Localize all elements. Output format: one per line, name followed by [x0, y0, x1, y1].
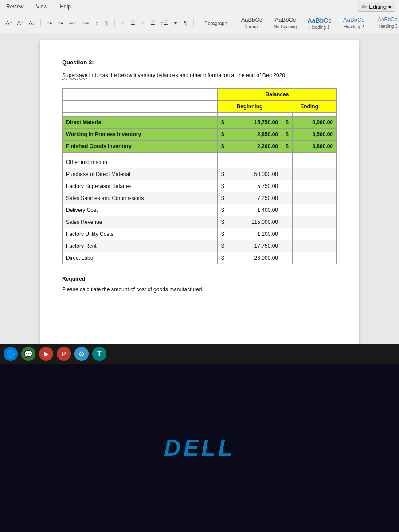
- finished-goods-dollar-begin: $: [218, 140, 228, 152]
- question-text-rest: Ltd. has the below inventory balances an…: [89, 72, 287, 78]
- table-blank-col1: [218, 112, 228, 116]
- tab-view[interactable]: View: [33, 3, 50, 11]
- table-row: Sales Revenue $ 115,000.00: [63, 216, 337, 228]
- toolbar-top-row: Review View Help ✏ Editing ▾: [4, 2, 395, 13]
- font-size-up-btn[interactable]: A⁺: [4, 19, 14, 27]
- finished-goods-begin: 2,200.00: [228, 140, 282, 152]
- delivery-cost-blank2: [292, 204, 336, 216]
- style-heading1[interactable]: AaBbCc Heading 1: [303, 15, 335, 31]
- style-no-spacing-preview: AaBbCc: [275, 16, 296, 24]
- chevron-down-icon: ▾: [388, 4, 391, 10]
- line-spacing-btn[interactable]: ↕☰: [158, 19, 170, 27]
- indent-group: ≡▸ ≡▸ ⇐≡ ≡⇒ ↕ ¶: [44, 19, 115, 27]
- show-marks-btn[interactable]: ¶: [102, 19, 111, 27]
- sales-salaries-blank2: [292, 192, 336, 204]
- other-info-label: Other information: [63, 156, 218, 168]
- table-blank-col4: [292, 112, 336, 116]
- required-label: Required:: [62, 275, 337, 283]
- align-left-btn[interactable]: ≡: [118, 19, 127, 27]
- other-info-blank-1: [218, 156, 228, 168]
- wip-dollar-begin: $: [218, 128, 228, 140]
- table-subheader-ending: Ending: [282, 100, 337, 112]
- align-center-btn[interactable]: ☰: [128, 19, 137, 27]
- factory-rent-value: 17,750.00: [228, 240, 282, 252]
- settings-icon[interactable]: ⚙: [74, 347, 89, 361]
- direct-material-label: Direct Material: [63, 116, 218, 128]
- blank-cell-3: [228, 152, 282, 156]
- purchase-dm-end-blank2: [292, 168, 336, 180]
- indent-decrease-btn[interactable]: ⇐≡: [66, 19, 78, 27]
- font-size-down-btn[interactable]: A⁻: [15, 19, 26, 27]
- table-row-other-info: Other information: [63, 156, 337, 168]
- style-no-spacing[interactable]: AaBbCc No Spacing: [270, 15, 301, 31]
- other-info-blank-2: [228, 156, 282, 168]
- table-row: Factory Utility Costs $ 1,200.00: [63, 228, 337, 240]
- blank-cell-5: [292, 152, 336, 156]
- wip-end: 3,500.00: [292, 128, 336, 140]
- document-area[interactable]: Question 3: Supersave Ltd. has the below…: [0, 33, 399, 364]
- other-info-blank-4: [292, 156, 336, 168]
- delivery-cost-blank1: [282, 204, 293, 216]
- powerpoint-icon[interactable]: P: [57, 347, 71, 361]
- sales-salaries-dollar: $: [218, 192, 228, 204]
- align-group: ≡ ☰ ≡ ☰ ↕☰ ▾ ¶: [118, 19, 194, 27]
- style-heading2-preview: AaBbCc: [343, 16, 364, 24]
- formatting-row: A⁺ A⁻ Aₐ ≡▸ ≡▸ ⇐≡ ≡⇒ ↕ ¶ ≡ ☰ ≡ ☰ ↕☰ ▾ ¶: [4, 13, 395, 33]
- sales-salaries-value: 7,250.00: [228, 192, 282, 204]
- purchase-dm-label: Purchase of Direct Material: [63, 168, 218, 180]
- indent-increase-btn[interactable]: ≡⇒: [79, 19, 91, 27]
- shading-btn[interactable]: ▾: [171, 19, 180, 27]
- direct-labor-blank2: [292, 252, 336, 264]
- list-btn-1[interactable]: ≡▸: [44, 19, 55, 27]
- wip-label: Working in Process Inventory: [63, 128, 218, 140]
- style-normal[interactable]: AaBbCc Normal: [236, 15, 267, 31]
- clear-format-btn[interactable]: Aₐ: [27, 19, 37, 27]
- purchase-dm-value: 50,000.00: [228, 168, 282, 180]
- table-header-balances: Balances: [218, 88, 337, 100]
- teams-icon[interactable]: T: [92, 347, 106, 361]
- styles-area: AaBbCc Normal AaBbCc No Spacing AaBbCc H…: [236, 15, 399, 31]
- table-row: Direct Labor $ 26,000.00: [63, 252, 337, 264]
- factory-rent-blank2: [292, 240, 336, 252]
- editing-button[interactable]: ✏ Editing ▾: [358, 2, 395, 12]
- factory-rent-blank1: [282, 240, 293, 252]
- paragraph-label: Paragraph: [203, 20, 229, 27]
- chat-icon[interactable]: 💬: [21, 347, 35, 361]
- factory-utility-blank2: [292, 228, 336, 240]
- factory-salaries-dollar: $: [218, 180, 228, 192]
- align-right-btn[interactable]: ≡: [138, 19, 147, 27]
- style-normal-label: Normal: [244, 24, 258, 29]
- direct-material-dollar-end: $: [282, 116, 293, 128]
- media-icon[interactable]: ▶: [39, 347, 53, 361]
- direct-labor-blank1: [282, 252, 293, 264]
- blank-cell-2: [218, 152, 228, 156]
- direct-material-dollar-begin: $: [218, 116, 228, 128]
- para-mark-btn[interactable]: ¶: [181, 19, 190, 27]
- sort-btn[interactable]: ↕: [92, 19, 101, 27]
- tab-review[interactable]: Review: [4, 3, 26, 11]
- sales-salaries-blank1: [282, 192, 293, 204]
- dell-logo: DELL: [164, 434, 235, 461]
- align-justify-btn[interactable]: ☰: [148, 19, 157, 27]
- style-heading2[interactable]: AaBbCc Heading 2: [338, 15, 369, 31]
- factory-salaries-blank1: [282, 180, 293, 192]
- tab-help[interactable]: Help: [57, 3, 74, 11]
- list-btn-2[interactable]: ≡▸: [55, 19, 66, 27]
- style-heading3-preview: AaBbCc: [378, 16, 397, 23]
- table-row: Finished Goods Inventory $ 2,200.00 $ 3,…: [63, 140, 337, 152]
- direct-material-begin: 15,750.00: [228, 116, 282, 128]
- sales-revenue-dollar: $: [218, 216, 228, 228]
- style-heading1-preview: AaBbCc: [307, 16, 331, 24]
- browser-icon[interactable]: 🌐: [4, 347, 18, 361]
- delivery-cost-label: Delivery Cost: [63, 204, 218, 216]
- taskbar: 🌐 💬 ▶ P ⚙ T: [0, 344, 399, 364]
- purchase-dm-dollar: $: [218, 168, 228, 180]
- sales-revenue-label: Sales Revenue: [63, 216, 218, 228]
- sales-salaries-label: Sales Salaries and Commissions: [63, 192, 218, 204]
- document-page[interactable]: Question 3: Supersave Ltd. has the below…: [40, 40, 359, 356]
- dell-branding-area: DELL: [0, 364, 399, 532]
- factory-utility-label: Factory Utility Costs: [63, 228, 218, 240]
- style-heading3[interactable]: AaBbCc Heading 3: [372, 15, 399, 31]
- table-blank-col3: [282, 112, 293, 116]
- table-header-empty: [63, 88, 218, 100]
